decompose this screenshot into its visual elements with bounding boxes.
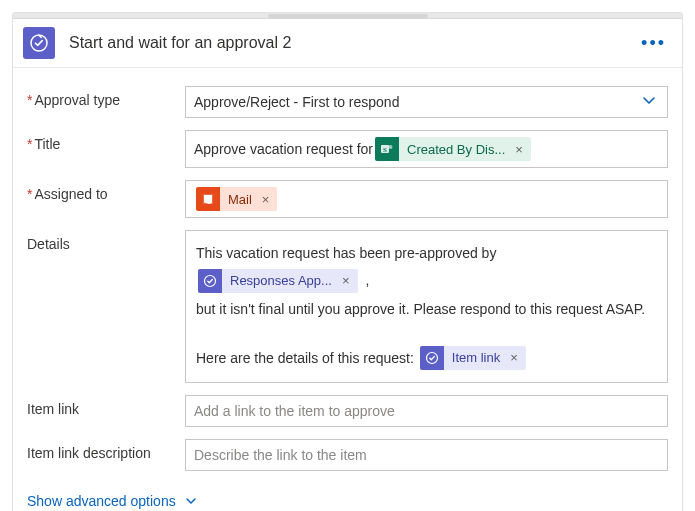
chevron-down-icon — [184, 494, 198, 508]
token-label: Responses App... — [222, 268, 338, 294]
label-details: Details — [27, 230, 185, 252]
label-assigned-to: *Assigned to — [27, 180, 185, 202]
token-remove-icon[interactable]: × — [506, 345, 526, 371]
sharepoint-icon: S — [375, 137, 399, 161]
token-mail[interactable]: Mail × — [196, 187, 277, 211]
svg-point-3 — [389, 145, 393, 149]
label-item-link-desc: Item link description — [27, 439, 185, 461]
drag-handle[interactable] — [13, 13, 682, 19]
token-responses-app[interactable]: Responses App... × — [198, 269, 358, 293]
title-prefix-text: Approve vacation request for — [194, 141, 373, 157]
assigned-to-field[interactable]: Mail × — [185, 180, 668, 218]
svg-point-6 — [426, 353, 437, 364]
show-advanced-options-toggle[interactable]: Show advanced options — [27, 491, 198, 511]
row-approval-type: *Approval type Approve/Reject - First to… — [27, 86, 668, 118]
label-item-link: Item link — [27, 395, 185, 417]
item-link-desc-input[interactable] — [194, 445, 659, 465]
card-header[interactable]: Start and wait for an approval 2 ••• — [13, 19, 682, 68]
token-created-by[interactable]: S Created By Dis... × — [375, 137, 531, 161]
advanced-toggle-label: Show advanced options — [27, 493, 176, 509]
svg-text:S: S — [383, 146, 387, 154]
row-assigned-to: *Assigned to Mail × — [27, 180, 668, 218]
details-text-1: This vacation request has been pre-appro… — [196, 245, 496, 261]
card-body: *Approval type Approve/Reject - First to… — [13, 68, 682, 511]
row-item-link-desc: Item link description — [27, 439, 668, 471]
approval-type-dropdown[interactable]: Approve/Reject - First to respond — [185, 86, 668, 118]
svg-point-5 — [205, 275, 216, 286]
token-item-link[interactable]: Item link × — [420, 346, 526, 370]
row-item-link: Item link — [27, 395, 668, 427]
token-label: Created By Dis... — [399, 142, 511, 157]
details-text-2: but it isn't final until you approve it.… — [196, 301, 645, 317]
item-link-field[interactable] — [185, 395, 668, 427]
office-icon — [196, 187, 220, 211]
row-details: Details This vacation request has been p… — [27, 230, 668, 383]
title-field[interactable]: Approve vacation request for S Created B… — [185, 130, 668, 168]
approval-icon — [23, 27, 55, 59]
token-remove-icon[interactable]: × — [258, 192, 278, 207]
token-label: Item link — [444, 345, 506, 371]
more-menu-button[interactable]: ••• — [635, 33, 672, 54]
item-link-input[interactable] — [194, 401, 659, 421]
approval-token-icon — [198, 269, 222, 293]
approval-token-icon — [420, 346, 444, 370]
row-title: *Title Approve vacation request for S Cr… — [27, 130, 668, 168]
card-title: Start and wait for an approval 2 — [69, 34, 635, 52]
token-label: Mail — [220, 192, 258, 207]
details-text-3: Here are the details of this request: — [196, 350, 414, 366]
label-title: *Title — [27, 130, 185, 152]
token-remove-icon[interactable]: × — [338, 268, 358, 294]
chevron-down-icon — [641, 93, 657, 112]
token-remove-icon[interactable]: × — [511, 142, 531, 157]
approval-action-card: Start and wait for an approval 2 ••• *Ap… — [12, 12, 683, 511]
details-field[interactable]: This vacation request has been pre-appro… — [185, 230, 668, 383]
label-approval-type: *Approval type — [27, 86, 185, 108]
item-link-desc-field[interactable] — [185, 439, 668, 471]
approval-type-value: Approve/Reject - First to respond — [194, 94, 399, 110]
